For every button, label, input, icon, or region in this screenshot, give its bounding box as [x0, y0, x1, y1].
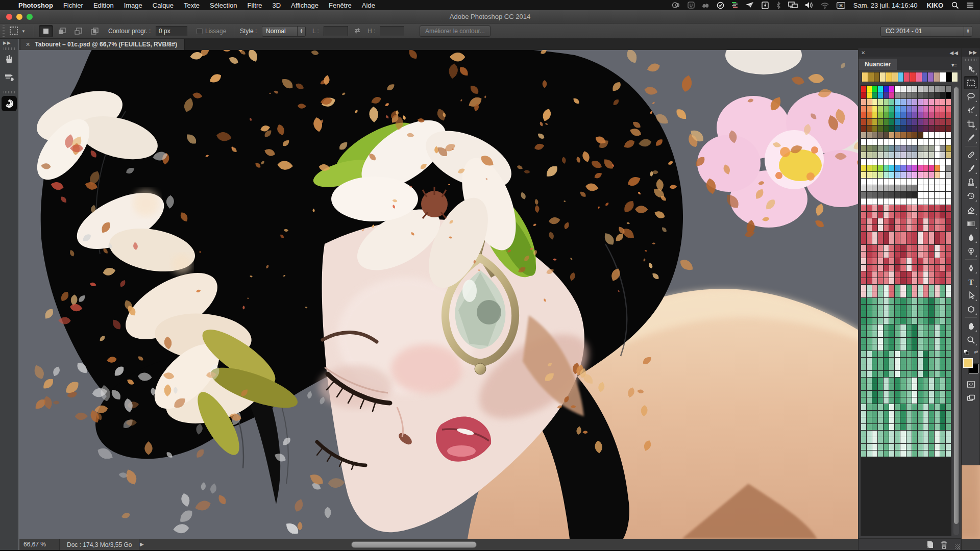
swatch[interactable]: [861, 285, 866, 291]
stack-icon[interactable]: [728, 0, 742, 10]
swatch[interactable]: [900, 424, 905, 430]
swatch[interactable]: [918, 311, 923, 317]
swatch[interactable]: [861, 331, 866, 337]
swatch[interactable]: [929, 444, 934, 450]
swatch[interactable]: [895, 265, 900, 271]
swatch[interactable]: [895, 431, 900, 437]
swatch[interactable]: [918, 450, 923, 457]
swatch[interactable]: [923, 278, 928, 284]
swatch[interactable]: [889, 106, 894, 112]
swatch[interactable]: [940, 265, 945, 271]
swatch[interactable]: [946, 344, 951, 350]
swatch[interactable]: [872, 364, 877, 370]
swatch[interactable]: [872, 252, 877, 258]
swatch[interactable]: [872, 192, 877, 198]
swatch[interactable]: [861, 205, 866, 211]
swatch[interactable]: [872, 285, 877, 291]
swatch[interactable]: [912, 205, 917, 211]
swatch[interactable]: [918, 444, 923, 450]
swatch[interactable]: [861, 351, 866, 357]
swatch[interactable]: [878, 132, 883, 138]
swatch[interactable]: [912, 139, 917, 145]
swatch[interactable]: [900, 291, 905, 297]
swatch[interactable]: [872, 198, 877, 205]
swatch[interactable]: [946, 404, 951, 410]
swatch[interactable]: [895, 198, 900, 205]
swatch[interactable]: [867, 397, 872, 404]
swatch[interactable]: [878, 271, 883, 278]
swatch[interactable]: [918, 271, 923, 278]
swatch[interactable]: [912, 132, 917, 138]
swatch[interactable]: [940, 185, 945, 191]
swatch[interactable]: [895, 139, 900, 145]
swatch[interactable]: [861, 437, 866, 443]
swatch[interactable]: [946, 378, 951, 384]
swatch[interactable]: [946, 384, 951, 390]
swatch[interactable]: [918, 119, 923, 125]
swatch[interactable]: [946, 391, 951, 397]
swatch[interactable]: [923, 444, 928, 450]
swatch[interactable]: [861, 258, 866, 264]
swatch[interactable]: [946, 86, 951, 92]
swatch[interactable]: [900, 371, 905, 377]
swatch[interactable]: [912, 278, 917, 284]
swatch[interactable]: [895, 86, 900, 92]
swatch[interactable]: [929, 424, 934, 430]
menu-photoshop[interactable]: Photoshop: [13, 0, 58, 10]
magic-wand-tool[interactable]: [964, 104, 978, 117]
swatch[interactable]: [946, 278, 951, 284]
swatch[interactable]: [940, 338, 945, 344]
swatch[interactable]: [906, 331, 912, 337]
swatch[interactable]: [878, 165, 883, 171]
swatch[interactable]: [912, 358, 917, 364]
swatch[interactable]: [884, 245, 889, 251]
swatch[interactable]: [940, 99, 945, 105]
swatch[interactable]: [861, 198, 866, 205]
swatch[interactable]: [895, 397, 900, 404]
swatch[interactable]: [872, 424, 877, 430]
swatch[interactable]: [940, 225, 945, 231]
swatch[interactable]: [895, 112, 900, 118]
swatch[interactable]: [929, 198, 934, 205]
swatch[interactable]: [935, 225, 940, 231]
swatch[interactable]: [935, 364, 940, 370]
swatch[interactable]: [946, 424, 951, 430]
menu-fenetre[interactable]: Fenêtre: [324, 0, 357, 10]
window-titlebar[interactable]: Adobe Photoshop CC 2014: [0, 10, 980, 23]
gradient-tool[interactable]: [964, 217, 978, 230]
swatch[interactable]: [861, 305, 866, 311]
swatch[interactable]: [867, 86, 872, 92]
swatch[interactable]: [878, 252, 883, 258]
swatch[interactable]: [918, 371, 923, 377]
swatch[interactable]: [912, 324, 917, 331]
swatch[interactable]: [872, 351, 877, 357]
swatch[interactable]: [940, 198, 945, 205]
eyedropper-tool[interactable]: [964, 131, 978, 144]
swatch[interactable]: [878, 378, 883, 384]
swatch[interactable]: [900, 278, 905, 284]
swatch[interactable]: [861, 278, 866, 284]
eraser-tool[interactable]: [964, 203, 978, 216]
swatch[interactable]: [929, 225, 934, 231]
swatch[interactable]: [935, 444, 940, 450]
swatch[interactable]: [918, 298, 923, 304]
swatch[interactable]: [935, 86, 940, 92]
swatch[interactable]: [935, 397, 940, 404]
swatch[interactable]: [889, 252, 894, 258]
swatch[interactable]: [900, 338, 905, 344]
swatch[interactable]: [946, 212, 951, 218]
swatch[interactable]: [923, 198, 928, 205]
swatch[interactable]: [946, 205, 951, 211]
swatch[interactable]: [861, 371, 866, 377]
swatch[interactable]: [884, 417, 889, 423]
swatch[interactable]: [906, 311, 912, 317]
swatch[interactable]: [878, 305, 883, 311]
swatch[interactable]: [900, 139, 905, 145]
swap-dimensions-icon[interactable]: [353, 27, 361, 36]
swatch[interactable]: [895, 437, 900, 443]
swatch[interactable]: [900, 397, 905, 404]
swatch[interactable]: [940, 159, 945, 165]
swatch[interactable]: [900, 245, 905, 251]
hand-tool[interactable]: [964, 319, 978, 333]
swatch[interactable]: [918, 351, 923, 357]
